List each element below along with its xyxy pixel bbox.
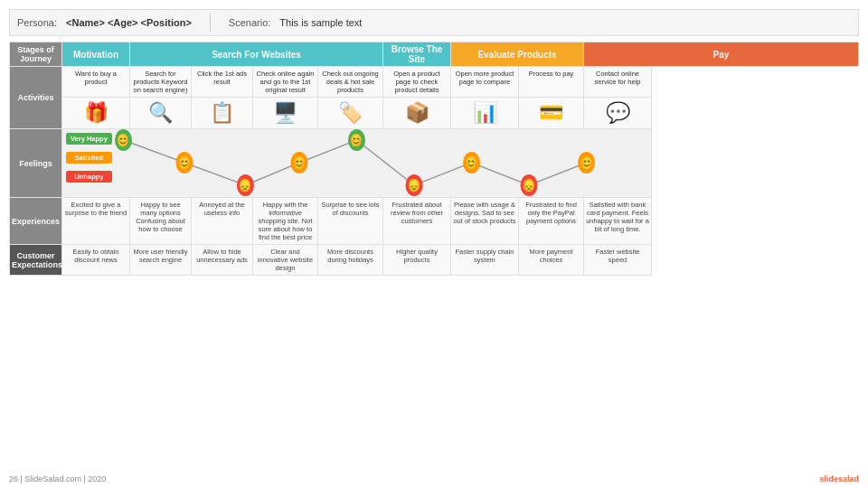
expectation-7: More payment choices: [519, 245, 584, 276]
feeling-emoji-8: 😊: [580, 155, 593, 172]
activity-icon-0: 🎁: [62, 98, 130, 129]
expectation-8: Faster website speed: [584, 245, 652, 276]
activity-icon-4: 🏷️: [318, 98, 383, 129]
feelings-label-cell: Feelings: [10, 129, 62, 198]
experience-0: Excited to give a surprise to the friend: [62, 198, 130, 245]
activity-text-1: Search for products Keyword on search en…: [130, 67, 192, 98]
expectation-3: Clear and innovative website design: [253, 245, 318, 276]
feelings-svg: 😊 😊 😞 😊 😊: [62, 129, 651, 197]
scenario-label: Scenario:: [229, 17, 270, 28]
activity-icon-1: 🔍: [130, 98, 192, 129]
expectation-1: More user friendly search engine: [130, 245, 192, 276]
scenario-value: This is sample text: [279, 17, 362, 28]
expectations-label: Customer Expectations: [10, 245, 62, 276]
col-browse: Browse The Site: [383, 42, 451, 67]
activity-icon-6: 📊: [451, 98, 519, 129]
expectation-6: Faster supply chain system: [451, 245, 519, 276]
experience-4: Surprise to see lots of discounts: [318, 198, 383, 245]
feeling-emoji-4: 😊: [350, 133, 363, 149]
footer-left: 26 | SlideSalad.com | 2020: [9, 474, 106, 483]
footer-brand: slidesalad: [819, 474, 859, 483]
experience-2: Annoyed at the useless info: [192, 198, 253, 245]
activity-icon-2: 📋: [192, 98, 253, 129]
feelings-graph-cell: Very Happy Satisfied Unhappy 😊: [62, 129, 652, 198]
feeling-emoji-1: 😊: [178, 155, 191, 172]
experience-6: Please with usage & designs. Sad to see …: [451, 198, 519, 245]
tag-satisfied: Satisfied: [66, 152, 112, 164]
activity-icon-3: 🖥️: [253, 98, 318, 129]
activity-text-6: Open more product page to compare: [451, 67, 519, 98]
activity-text-2: Click the 1st ads result: [192, 67, 253, 98]
expectation-5: Higher quality products: [383, 245, 451, 276]
tag-unhappy: Unhappy: [66, 171, 112, 183]
feeling-emoji-2: 😞: [239, 178, 251, 194]
activity-text-0: Want to buy a product: [62, 67, 130, 98]
activity-icon-7: 💳: [519, 98, 584, 129]
activity-text-8: Contact online service for help: [584, 67, 652, 98]
expectation-2: Allow to hide unnecessary ads: [192, 245, 253, 276]
tag-very-happy: Very Happy: [66, 133, 112, 145]
activity-text-3: Check online again and go to the 1st ori…: [253, 67, 318, 98]
expectation-4: More discounts during holidays: [318, 245, 383, 276]
feeling-emoji-3: 😊: [293, 155, 306, 172]
col-evaluate: Evaluate Products: [451, 42, 584, 67]
feelings-label: Feelings: [19, 159, 52, 168]
activity-icon-5: 📦: [383, 98, 451, 129]
experience-5: Frustrated about review from other custo…: [383, 198, 451, 245]
persona-value: <Name> <Age> <Position>: [66, 17, 192, 28]
col-pay: Pay: [584, 42, 859, 67]
col-motivation: Motivation: [62, 42, 130, 67]
stages-label: Stages of Journey: [10, 42, 62, 67]
activity-text-4: Check out ongoing deals & hot sale produ…: [318, 67, 383, 98]
feeling-emoji-6: 😊: [466, 155, 478, 172]
feeling-emoji-0: 😊: [117, 133, 129, 149]
experience-1: Happy to see many options Confusing abou…: [130, 198, 192, 245]
col-search: Search For Websites: [130, 42, 383, 67]
experience-8: Satisfied with bank card payment. Feels …: [584, 198, 652, 245]
experience-7: Frustrated to find only the PayPal payme…: [519, 198, 584, 245]
activity-text-7: Process to pay: [519, 67, 584, 98]
activity-text-5: Open a product page to check product det…: [383, 67, 451, 98]
activity-icon-8: 💬: [584, 98, 652, 129]
activities-label: Activities: [10, 67, 62, 129]
expectation-0: Easily to obtain discount news: [62, 245, 130, 276]
feeling-emoji-5: 😞: [408, 178, 420, 194]
experiences-label: Experiences: [10, 198, 62, 245]
feeling-emoji-7: 😞: [523, 178, 535, 194]
persona-label: Persona:: [17, 17, 57, 28]
footer: 26 | SlideSalad.com | 2020 slidesalad: [9, 474, 859, 483]
experience-3: Happy with the informative shopping site…: [253, 198, 318, 245]
journey-table: Stages of Journey Motivation Search For …: [9, 42, 859, 276]
